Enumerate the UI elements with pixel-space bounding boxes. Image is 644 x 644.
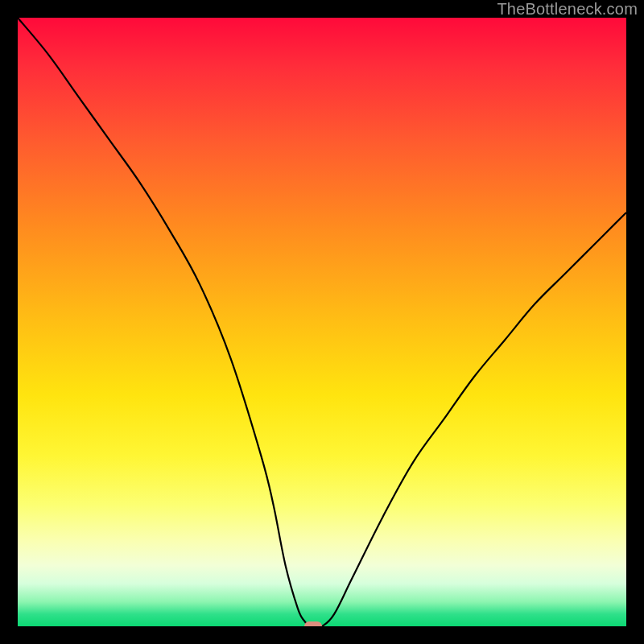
plot-area xyxy=(18,18,626,626)
chart-container: TheBottleneck.com xyxy=(0,0,644,644)
bottleneck-curve xyxy=(18,18,626,626)
curve-layer xyxy=(18,18,626,626)
optimal-marker xyxy=(304,621,322,626)
watermark-text: TheBottleneck.com xyxy=(497,0,638,19)
